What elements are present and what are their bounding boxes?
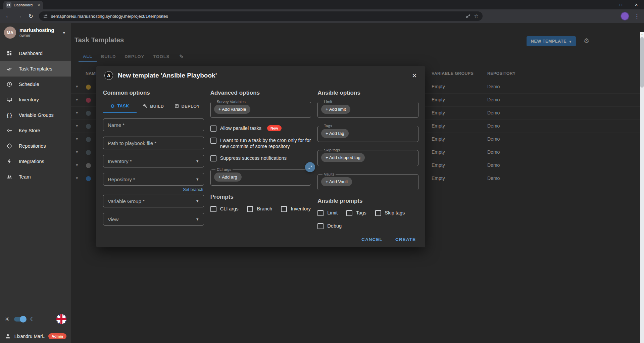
sidebar-item-team[interactable]: Team: [0, 169, 71, 185]
team-icon: [5, 174, 13, 180]
suppress-notifications-checkbox[interactable]: Suppress success notifications: [210, 155, 311, 161]
add-variable-button[interactable]: + Add variable: [214, 105, 251, 114]
page-scrollbar[interactable]: ▲: [640, 32, 644, 343]
tab-title: Dashboard: [14, 3, 35, 7]
sidebar-item-variable-groups[interactable]: { } Variable Groups: [0, 107, 71, 123]
workspace-avatar: MA: [4, 27, 16, 39]
vaults-field: Vaults + Add Vault: [317, 172, 418, 190]
scrollbar-thumb[interactable]: [640, 37, 644, 88]
ansible-prompt-debug-checkbox[interactable]: Debug: [317, 223, 342, 229]
theme-toggle[interactable]: [14, 317, 26, 322]
sidebar-item-key-store[interactable]: Key Store: [0, 123, 71, 138]
chevron-down-icon: ▼: [196, 199, 199, 203]
chevron-down-icon: ▼: [196, 159, 199, 163]
window-close-icon[interactable]: ✕: [629, 0, 644, 9]
dark-theme-icon: ☾: [30, 316, 34, 322]
create-button[interactable]: CREATE: [395, 237, 416, 242]
url-bar[interactable]: semaphoreui.mariushosting.synology.me/pr…: [39, 11, 483, 21]
browser-profile-avatar[interactable]: [621, 12, 629, 20]
add-tag-button[interactable]: + Add tag: [321, 129, 348, 138]
task-templates-icon: [5, 66, 13, 72]
gear-icon: ⚙: [110, 103, 115, 109]
set-branch-link[interactable]: Set branch: [103, 187, 203, 192]
cancel-button[interactable]: CANCEL: [361, 237, 383, 242]
view-select[interactable]: View▼: [103, 213, 204, 226]
allow-parallel-checkbox[interactable]: Allow parallel tasks New: [210, 125, 311, 132]
forward-icon[interactable]: →: [15, 11, 24, 21]
scroll-up-icon[interactable]: ▲: [640, 32, 644, 37]
sidebar: MA mariushosting owner ▾ Dashboard Task …: [0, 23, 71, 343]
sidebar-item-repositories[interactable]: Repositories: [0, 138, 71, 154]
inventory-select[interactable]: Inventory *▼: [103, 155, 204, 167]
workspace-role: owner: [19, 33, 54, 38]
key-store-icon: [5, 128, 13, 134]
template-type-tabs: ⚙ TASK BUILD DEPLOY: [103, 100, 204, 113]
sidebar-item-inventory[interactable]: Inventory: [0, 92, 71, 107]
app-root: Task Templates NEW TEMPLATE ▾ ⚙ ALL BUIL…: [0, 23, 644, 343]
user-icon: [5, 333, 11, 340]
common-options-heading: Common options: [103, 90, 204, 96]
add-vault-button[interactable]: + Add Vault: [321, 177, 352, 186]
deploy-box-icon: [175, 104, 179, 109]
ansible-options-heading: Ansible options: [317, 90, 418, 96]
password-key-icon[interactable]: [465, 13, 471, 19]
tab-close-icon[interactable]: ✕: [38, 3, 40, 7]
prompt-inventory-checkbox[interactable]: Inventory: [281, 206, 311, 212]
checkbox-icon: [210, 155, 216, 161]
expand-editor-button[interactable]: [305, 162, 315, 172]
checkbox-icon: [210, 206, 216, 212]
tab-task[interactable]: ⚙ TASK: [103, 100, 137, 113]
checkbox-icon: [210, 138, 216, 144]
sidebar-item-task-templates[interactable]: Task Templates: [0, 61, 71, 77]
ansible-prompt-limit-checkbox[interactable]: Limit: [317, 210, 338, 216]
browser-tabstrip: Dashboard ✕ ─ □ ✕: [0, 0, 644, 9]
language-flag-uk-icon[interactable]: [56, 314, 66, 324]
cron-commits-checkbox[interactable]: I want to run a task by the cron only fo…: [210, 137, 311, 149]
workspace-switcher[interactable]: MA mariushosting owner ▾: [0, 23, 71, 42]
repositories-icon: [5, 143, 13, 149]
checkbox-icon: [247, 206, 253, 212]
repository-select[interactable]: Repository *▼: [103, 173, 204, 186]
bookmark-star-icon[interactable]: ☆: [474, 13, 479, 19]
url-text[interactable]: semaphoreui.mariushosting.synology.me/pr…: [51, 14, 462, 19]
prompt-cli-args-checkbox[interactable]: CLI args: [210, 206, 239, 212]
prompts-heading: Prompts: [210, 194, 311, 200]
maximize-icon[interactable]: □: [613, 0, 629, 9]
tab-favicon-icon: [6, 2, 11, 8]
advanced-options-heading: Advanced options: [210, 90, 311, 96]
sidebar-item-integrations[interactable]: Integrations: [0, 154, 71, 169]
chevron-down-icon: ▼: [196, 177, 199, 181]
site-info-icon[interactable]: [43, 14, 48, 19]
dialog-close-icon[interactable]: ✕: [412, 72, 417, 80]
light-theme-icon: ☀: [5, 316, 10, 323]
minimize-icon[interactable]: ─: [598, 0, 613, 9]
sidebar-item-dashboard[interactable]: Dashboard: [0, 46, 71, 61]
add-skipped-tag-button[interactable]: + Add skipped tag: [321, 153, 365, 162]
back-icon[interactable]: ←: [3, 11, 13, 21]
checkbox-icon: [317, 223, 324, 229]
playbook-path-field[interactable]: Path to playbook file *: [103, 137, 204, 149]
integrations-icon: [5, 158, 13, 164]
new-template-dialog: A New template 'Ansible Playbook' ✕ Comm…: [96, 66, 425, 247]
wrench-icon: [143, 104, 148, 109]
admin-badge: Admin: [48, 333, 66, 339]
prompt-branch-checkbox[interactable]: Branch: [247, 206, 272, 212]
sidebar-item-schedule[interactable]: Schedule: [0, 77, 71, 92]
chevron-down-icon[interactable]: ▾: [63, 30, 65, 35]
add-arg-button[interactable]: + Add arg: [214, 173, 242, 182]
tab-deploy[interactable]: DEPLOY: [170, 100, 204, 113]
variable-group-select[interactable]: Variable Group *▼: [103, 195, 204, 207]
ansible-prompt-tags-checkbox[interactable]: Tags: [346, 210, 366, 216]
tags-field: Tags + Add tag: [317, 124, 418, 142]
user-name: Lixandru Mari...: [14, 334, 45, 339]
ansible-prompts-heading: Ansible prompts: [317, 198, 418, 204]
add-limit-button[interactable]: + Add limit: [321, 105, 350, 114]
name-field[interactable]: Name *: [103, 118, 204, 131]
checkbox-icon: [317, 210, 324, 216]
reload-icon[interactable]: ↻: [26, 11, 36, 21]
tab-build[interactable]: BUILD: [137, 100, 170, 113]
ansible-prompt-skip-tags-checkbox[interactable]: Skip tags: [375, 210, 405, 216]
user-menu[interactable]: Lixandru Mari... Admin: [0, 329, 71, 343]
browser-menu-icon[interactable]: ⋮: [633, 13, 641, 19]
browser-tab[interactable]: Dashboard ✕: [3, 1, 43, 9]
